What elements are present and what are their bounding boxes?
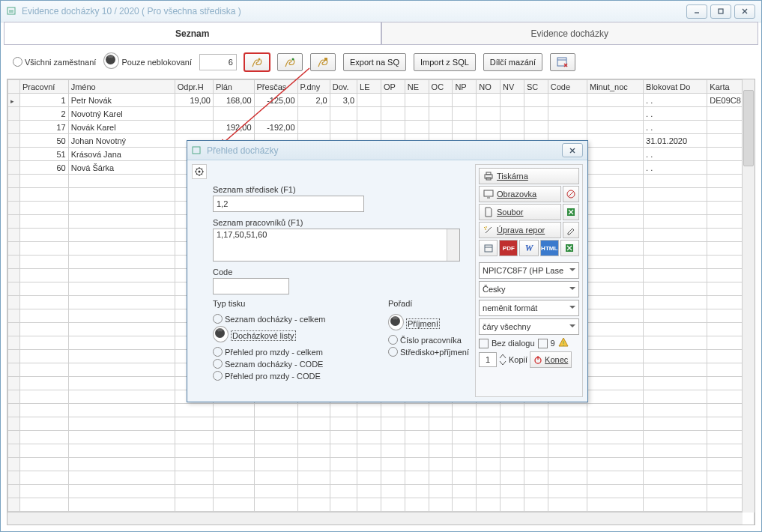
cell[interactable]: . . (644, 148, 707, 161)
cell[interactable] (524, 94, 548, 107)
cell[interactable]: . . (644, 161, 707, 175)
print-type-option[interactable]: Přehled pro mzdy - CODE (213, 371, 370, 381)
select-format[interactable]: neměnit formát (479, 300, 579, 316)
cell[interactable] (548, 121, 587, 134)
minimize-button[interactable] (686, 4, 707, 19)
cell[interactable] (357, 94, 381, 107)
copies-spinner[interactable] (499, 353, 507, 366)
cell[interactable] (453, 121, 477, 134)
cell[interactable] (477, 94, 501, 107)
cell[interactable]: 51 (19, 148, 68, 161)
format-excel-button[interactable] (560, 240, 579, 256)
cell[interactable] (453, 94, 477, 107)
cell[interactable]: 1 (19, 94, 68, 107)
cell[interactable]: 19,00 (175, 94, 213, 107)
column-header[interactable]: Plán (213, 80, 254, 94)
print-order-option[interactable]: Příjmení (388, 314, 469, 333)
cell[interactable] (548, 107, 587, 121)
cell[interactable]: 2 (19, 107, 68, 121)
column-header[interactable]: Minut_noc (587, 80, 644, 94)
cell[interactable] (175, 107, 213, 121)
format-pdf-button[interactable]: PDF (499, 240, 518, 256)
cell[interactable]: Novák Karel (68, 121, 175, 134)
output-screen-cancel[interactable] (563, 186, 579, 202)
copies-input[interactable]: 1 (479, 352, 497, 367)
cell[interactable] (405, 94, 429, 107)
cell[interactable]: Novotný Karel (68, 107, 175, 121)
output-edit-button[interactable]: Úprava repor (479, 222, 561, 238)
cell[interactable]: -192,00 (254, 121, 297, 134)
cell[interactable] (429, 94, 453, 107)
cell[interactable] (501, 107, 524, 121)
column-header[interactable]: Blokovat Do (644, 80, 707, 94)
output-file-button[interactable]: Soubor (479, 204, 561, 220)
print-order-option[interactable]: Číslo pracovníka (388, 335, 469, 345)
print-order-option[interactable]: Středisko+příjmení (388, 347, 469, 357)
column-header[interactable]: Jméno (68, 80, 175, 94)
cell[interactable]: . . (644, 121, 707, 134)
input-centers[interactable]: 1,2 (213, 196, 364, 212)
cell[interactable]: . . (644, 94, 707, 107)
cell[interactable] (587, 94, 644, 107)
cell[interactable] (477, 107, 501, 121)
cell[interactable]: 50 (19, 134, 68, 148)
cell[interactable] (453, 107, 477, 121)
print-button-3[interactable] (310, 53, 336, 71)
print-type-option[interactable]: Docházkové listy (213, 326, 370, 345)
print-type-option[interactable]: Přehled pro mzdy - celkem (213, 347, 370, 357)
column-header[interactable]: P.dny (297, 80, 330, 94)
checkbox-no-dialog[interactable] (479, 339, 489, 348)
column-header[interactable]: NO (477, 80, 501, 94)
cell[interactable] (357, 121, 381, 134)
close-button[interactable] (734, 4, 755, 19)
textarea-scrollbar[interactable] (447, 229, 459, 261)
cell[interactable] (254, 107, 297, 121)
cell[interactable] (501, 121, 524, 134)
cell[interactable] (381, 107, 405, 121)
horizontal-scrollbar[interactable] (7, 512, 743, 525)
cell[interactable]: -125,00 (254, 94, 297, 107)
cell[interactable]: 60 (19, 161, 68, 175)
import-sql-button[interactable]: Import z SQL (414, 53, 476, 71)
column-header[interactable]: OP (381, 80, 405, 94)
cell[interactable]: Nová Šárka (68, 161, 175, 175)
cell[interactable]: Johan Novotný (68, 134, 175, 148)
column-header[interactable]: NP (453, 80, 477, 94)
column-header[interactable]: NV (501, 80, 524, 94)
cell[interactable] (587, 107, 644, 121)
cell[interactable] (297, 121, 330, 134)
cell[interactable] (501, 94, 524, 107)
input-code[interactable] (213, 278, 289, 294)
maximize-button[interactable] (710, 4, 731, 19)
tab-evidence[interactable]: Evidence docházky (381, 22, 759, 44)
column-header[interactable]: SC (524, 80, 548, 94)
cell[interactable] (405, 121, 429, 134)
print-button-2[interactable] (277, 53, 303, 71)
cell[interactable] (330, 121, 357, 134)
cell[interactable] (477, 121, 501, 134)
select-lines[interactable]: čáry všechny (479, 318, 579, 335)
select-printer[interactable]: NPIC7C8F7 (HP Lase (479, 262, 579, 279)
print-overview-button[interactable] (244, 53, 270, 71)
cell[interactable]: Krásová Jana (68, 148, 175, 161)
count-field[interactable]: 6 (199, 54, 237, 70)
column-header[interactable]: Pracovní (19, 80, 68, 94)
cell[interactable] (587, 161, 644, 175)
format-html-button[interactable]: HTML (540, 240, 559, 256)
column-header[interactable]: NE (405, 80, 429, 94)
input-workers[interactable]: 1,17,50,51,60 (213, 229, 460, 262)
radio-all-employees[interactable]: Všichni zaměstnaní (13, 57, 96, 67)
cell[interactable] (524, 121, 548, 134)
calendar-delete-button[interactable] (550, 53, 575, 71)
cell[interactable] (213, 107, 254, 121)
cell[interactable] (381, 94, 405, 107)
radio-nonblocked[interactable]: Pouze neblokovaní (103, 52, 192, 71)
cell[interactable] (524, 107, 548, 121)
output-edit-pencil[interactable] (563, 222, 579, 238)
cell[interactable]: 31.01.2020 (644, 134, 707, 148)
cell[interactable] (330, 107, 357, 121)
dialog-close-button[interactable] (562, 143, 583, 157)
cell[interactable]: 2,0 (297, 94, 330, 107)
cell[interactable]: 168,00 (213, 94, 254, 107)
select-language[interactable]: Česky (479, 281, 579, 297)
